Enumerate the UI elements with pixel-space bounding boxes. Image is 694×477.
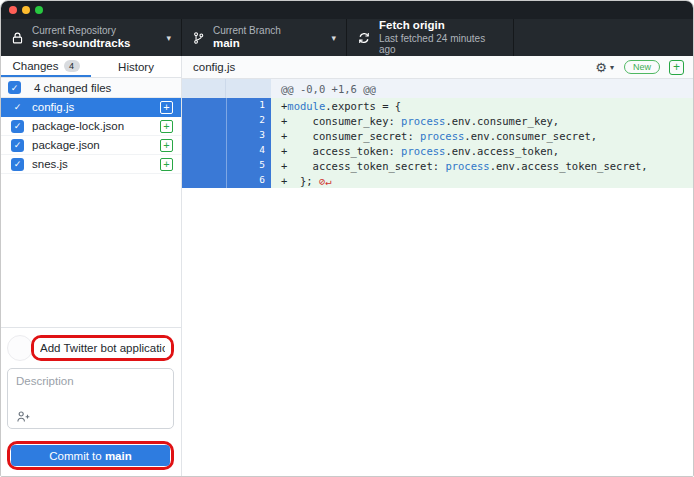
current-branch-dropdown[interactable]: Current Branch main ▾	[182, 19, 347, 56]
diff-line-number: 5	[226, 158, 271, 173]
commit-description-input[interactable]	[16, 375, 165, 405]
diff-line-number: 1	[226, 98, 271, 113]
diff-line-number: 2	[226, 113, 271, 128]
add-file-icon[interactable]: +	[669, 60, 684, 75]
diff-line-gutter[interactable]: 6	[182, 173, 271, 188]
file-name: package.json	[32, 139, 160, 151]
fetch-origin-title: Fetch origin	[379, 19, 503, 32]
branch-icon	[192, 31, 205, 45]
file-checkbox[interactable]: ✓	[11, 158, 24, 171]
current-repository-dropdown[interactable]: Current Repository snes-soundtracks ▾	[1, 19, 182, 56]
diff-line: 6+ }; ⊘↵	[182, 173, 693, 188]
current-branch-label: Current Branch	[213, 25, 321, 37]
titlebar	[1, 1, 693, 19]
commit-button[interactable]: Commit to main	[11, 445, 170, 466]
diff-body: @@ -0,0 +1,6 @@ 1+module.exports = {2+ c…	[182, 79, 693, 476]
changed-files-list: ✓config.js+✓package-lock.json+✓package.j…	[1, 98, 181, 174]
fetch-origin-button[interactable]: Fetch origin Last fetched 24 minutes ago	[347, 19, 514, 56]
diff-line-gutter[interactable]: 3	[182, 128, 271, 143]
diff-line: 4+ access_token: process.env.access_toke…	[182, 143, 693, 158]
chevron-down-icon: ▾	[331, 33, 336, 43]
diff-line-content: + access_token_secret: process.env.acces…	[271, 158, 693, 173]
diff-line-gutter[interactable]: 5	[182, 158, 271, 173]
file-checkbox[interactable]: ✓	[11, 120, 24, 133]
annotation-summary-highlight	[31, 335, 174, 361]
diff-line: 2+ consumer_key: process.env.consumer_ke…	[182, 113, 693, 128]
tab-changes[interactable]: Changes 4	[1, 56, 91, 77]
file-checkbox[interactable]: ✓	[11, 139, 24, 152]
tab-history[interactable]: History	[91, 56, 181, 77]
file-row[interactable]: ✓package.json+	[1, 136, 181, 155]
diff-file-header: config.js ⚙ ▾ New +	[182, 56, 693, 79]
chevron-down-icon: ▾	[610, 63, 614, 72]
diff-lines: 1+module.exports = {2+ consumer_key: pro…	[182, 98, 693, 188]
diff-line-gutter[interactable]: 2	[182, 113, 271, 128]
file-name: snes.js	[32, 158, 160, 170]
diff-line-number: 4	[226, 143, 271, 158]
diff-file-name: config.js	[193, 61, 595, 73]
annotation-commit-highlight: Commit to main	[7, 441, 174, 470]
diff-line-gutter[interactable]: 4	[182, 143, 271, 158]
file-row[interactable]: ✓config.js+	[1, 98, 181, 117]
diff-line-number: 6	[226, 173, 271, 188]
file-name: package-lock.json	[32, 120, 160, 132]
diff-pane: config.js ⚙ ▾ New + @@ -0,0 +1,6 @@ 1+mo…	[182, 56, 693, 476]
commit-form: Commit to main	[1, 327, 181, 476]
commit-description-box	[7, 368, 174, 429]
tab-history-label: History	[118, 61, 154, 73]
hunk-header-text: @@ -0,0 +1,6 @@	[271, 79, 693, 98]
commit-summary-row	[7, 335, 174, 361]
gear-icon: ⚙	[595, 61, 607, 74]
select-all-checkbox[interactable]: ✓	[8, 81, 21, 94]
file-row[interactable]: ✓snes.js+	[1, 155, 181, 174]
diff-line-number: 3	[226, 128, 271, 143]
diff-line-content: + consumer_key: process.env.consumer_key…	[271, 113, 693, 128]
diff-line-content: +module.exports = {	[271, 98, 693, 113]
minimize-button[interactable]	[22, 6, 30, 14]
file-list-spacer	[1, 174, 181, 327]
diff-line-content: + access_token: process.env.access_token…	[271, 143, 693, 158]
avatar	[7, 335, 33, 361]
current-repository-label: Current Repository	[32, 25, 156, 37]
hunk-header-row: @@ -0,0 +1,6 @@	[182, 79, 693, 98]
lock-icon	[11, 31, 24, 45]
close-button[interactable]	[9, 6, 17, 14]
toolbar: Current Repository snes-soundtracks ▾ Cu…	[1, 19, 693, 56]
diff-line-content: + consumer_secret: process.env.consumer_…	[271, 128, 693, 143]
file-added-status-icon: +	[160, 139, 173, 152]
diff-line-gutter[interactable]: 1	[182, 98, 271, 113]
zoom-button[interactable]	[35, 6, 43, 14]
commit-summary-input[interactable]	[34, 338, 171, 358]
file-checkbox[interactable]: ✓	[11, 101, 24, 114]
sidebar-tabs: Changes 4 History	[1, 56, 181, 78]
diff-line: 5+ access_token_secret: process.env.acce…	[182, 158, 693, 173]
file-added-status-icon: +	[160, 158, 173, 171]
sync-icon	[357, 31, 371, 45]
file-added-status-icon: +	[160, 120, 173, 133]
changes-count-badge: 4	[64, 60, 80, 72]
main-area: Changes 4 History ✓ 4 changed files ✓con…	[1, 56, 693, 476]
current-repository-value: snes-soundtracks	[32, 37, 156, 50]
diff-options-button[interactable]: ⚙ ▾	[595, 61, 614, 74]
tab-changes-label: Changes	[12, 60, 58, 72]
diff-line: 3+ consumer_secret: process.env.consumer…	[182, 128, 693, 143]
chevron-down-icon: ▾	[166, 33, 171, 43]
github-desktop-window: Current Repository snes-soundtracks ▾ Cu…	[0, 0, 694, 477]
diff-line: 1+module.exports = {	[182, 98, 693, 113]
sidebar: Changes 4 History ✓ 4 changed files ✓con…	[1, 56, 182, 476]
changed-files-label: 4 changed files	[34, 82, 111, 94]
file-row[interactable]: ✓package-lock.json+	[1, 117, 181, 136]
changed-files-header: ✓ 4 changed files	[1, 78, 181, 98]
current-branch-value: main	[213, 37, 321, 50]
fetch-origin-subtitle: Last fetched 24 minutes ago	[379, 33, 503, 56]
add-coauthor-icon[interactable]	[16, 410, 31, 423]
file-added-status-icon: +	[160, 101, 173, 114]
diff-line-content: + }; ⊘↵	[271, 173, 693, 188]
file-status-badge: New	[624, 60, 660, 74]
hunk-gutter	[182, 79, 271, 98]
file-name: config.js	[32, 101, 160, 113]
